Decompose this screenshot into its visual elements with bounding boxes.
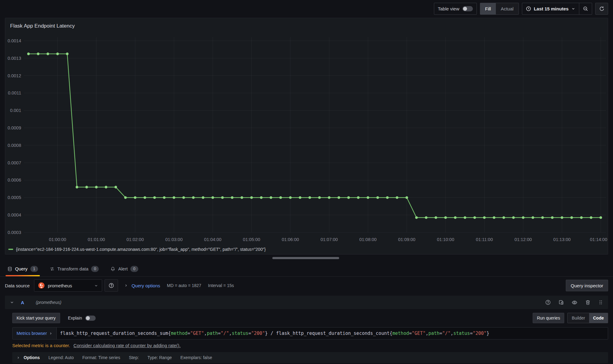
series-point [173, 196, 175, 199]
y-axis-tick-label: 0.0014 [8, 38, 21, 43]
zoom-out-time-button[interactable] [579, 3, 592, 14]
chart-area[interactable]: 01:00:0001:01:0001:02:0001:03:0001:04:00… [5, 34, 608, 247]
tab-query-label: Query [15, 266, 28, 271]
y-axis-tick-label: 0.0005 [8, 195, 21, 200]
series-point [124, 196, 127, 199]
x-axis-tick-label: 01:14:00 [590, 237, 607, 242]
query-help-icon[interactable] [545, 300, 551, 305]
explain-group: Explain [68, 316, 96, 321]
legend-series-marker [8, 249, 13, 250]
chart-legend: {instance="ec2-184-169-216-224.us-west-1… [5, 247, 608, 252]
datasource-row: Data source prometheus Query options MD … [0, 278, 613, 293]
database-icon [7, 266, 12, 271]
series-point [493, 216, 496, 219]
query-options-link[interactable]: Query options [132, 283, 160, 288]
series-point [231, 196, 234, 199]
bell-icon [110, 266, 115, 271]
series-point [212, 196, 214, 199]
tab-transform-label: Transform data [57, 266, 88, 271]
x-axis-tick-label: 01:10:00 [437, 237, 454, 242]
series-point [318, 196, 321, 199]
y-axis-tick-label: 0.0011 [8, 90, 21, 95]
time-range-picker[interactable]: Last 15 minutes [522, 3, 579, 14]
datasource-select[interactable]: prometheus [34, 279, 102, 292]
series-point [454, 216, 457, 219]
query-toolbar-right: Run queries Builder Code [533, 313, 608, 323]
query-expression[interactable]: flask_http_request_duration_seconds_sum{… [57, 328, 493, 339]
options-header: Options [17, 355, 40, 360]
chevron-right-icon[interactable] [124, 284, 128, 287]
query-row-actions [545, 300, 603, 305]
tab-query[interactable]: Query 1 [6, 261, 40, 276]
options-exemplars: Exemplars: false [180, 355, 212, 360]
x-axis-tick-label: 01:13:00 [553, 237, 570, 242]
series-point [114, 186, 117, 189]
query-ref-id: A [21, 300, 24, 305]
fill-button[interactable]: Fill [480, 3, 496, 14]
options-format: Format: Time series [82, 355, 120, 360]
series-point [308, 196, 311, 199]
remove-query-trash-icon[interactable] [585, 300, 591, 305]
series-point [512, 216, 515, 219]
series-point [240, 196, 243, 199]
options-type: Type: Range [148, 355, 172, 360]
series-point [483, 216, 486, 219]
collapse-chevron-icon[interactable] [10, 300, 14, 305]
code-mode-button[interactable]: Code [589, 313, 608, 323]
series-point [328, 196, 331, 199]
tab-alert[interactable]: Alert 0 [109, 261, 140, 276]
options-label: Options [24, 355, 40, 360]
x-axis-tick-label: 01:01:00 [88, 237, 105, 242]
x-axis-tick-label: 01:00:00 [49, 237, 66, 242]
hide-response-eye-icon[interactable] [572, 300, 577, 305]
warning-text: Selected metric is a counter. [12, 343, 70, 348]
duplicate-query-icon[interactable] [558, 300, 564, 305]
options-step: Step: [129, 355, 139, 360]
datasource-help-button[interactable] [105, 279, 118, 292]
legend-series-label[interactable]: {instance="ec2-184-169-216-224.us-west-1… [16, 247, 266, 252]
series-point [464, 216, 466, 219]
tab-alert-badge: 0 [130, 266, 138, 272]
series-point [600, 216, 602, 219]
options-legend: Legend: Auto [48, 355, 74, 360]
refresh-icon [599, 6, 604, 11]
tab-transform-data[interactable]: Transform data 0 [48, 261, 101, 276]
kick-start-query-button[interactable]: Kick start your query [12, 313, 60, 323]
query-row-header[interactable]: A (prometheus) [5, 296, 608, 309]
metrics-browser-label: Metrics browser [17, 331, 47, 336]
query-options-collapsed[interactable]: Options Legend: Auto Format: Time series… [12, 352, 608, 363]
series-point [66, 52, 69, 55]
datasource-value: prometheus [48, 283, 72, 288]
table-view-label: Table view [438, 6, 459, 11]
series-point [425, 216, 427, 219]
warning-rate-link[interactable]: Consider calculating rate of counter by … [74, 343, 181, 348]
query-editor-card: A (prometheus) Kick start your query Exp… [5, 296, 608, 363]
actual-button[interactable]: Actual [496, 3, 519, 14]
query-inspector-button[interactable]: Query inspector [566, 280, 608, 291]
x-axis-tick-label: 01:11:00 [476, 237, 493, 242]
series-point [85, 186, 88, 189]
y-axis-tick-label: 0.001 [10, 108, 21, 113]
refresh-button[interactable] [595, 3, 608, 15]
metrics-browser-button[interactable]: Metrics browser [13, 328, 57, 339]
latency-panel: Flask App Endpoint Latency 01:00:0001:01… [5, 18, 608, 255]
explain-toggle[interactable] [85, 316, 96, 321]
tab-alert-label: Alert [118, 266, 128, 271]
series-point [531, 216, 534, 219]
drag-handle-grip-icon[interactable] [598, 300, 603, 305]
series-point [405, 196, 408, 199]
y-axis-tick-label: 0.0013 [8, 56, 21, 61]
table-view-toggle[interactable] [462, 6, 473, 11]
builder-mode-button[interactable]: Builder [568, 313, 589, 323]
latency-chart-svg[interactable]: 01:00:0001:01:0001:02:0001:03:0001:04:00… [5, 34, 608, 246]
horizontal-scrollbar-thumb[interactable] [272, 257, 339, 259]
series-point [367, 196, 370, 199]
horizontal-scrollbar-track [5, 257, 608, 259]
series-point [289, 196, 292, 199]
panel-editor-toolbar: Table view Fill Actual Last 15 minutes [0, 0, 613, 17]
series-point [580, 216, 583, 219]
series-point [347, 196, 350, 199]
series-point [37, 52, 40, 55]
editor-tabs: Query 1 Transform data 0 Alert 0 [0, 261, 613, 277]
run-queries-button[interactable]: Run queries [533, 313, 565, 323]
